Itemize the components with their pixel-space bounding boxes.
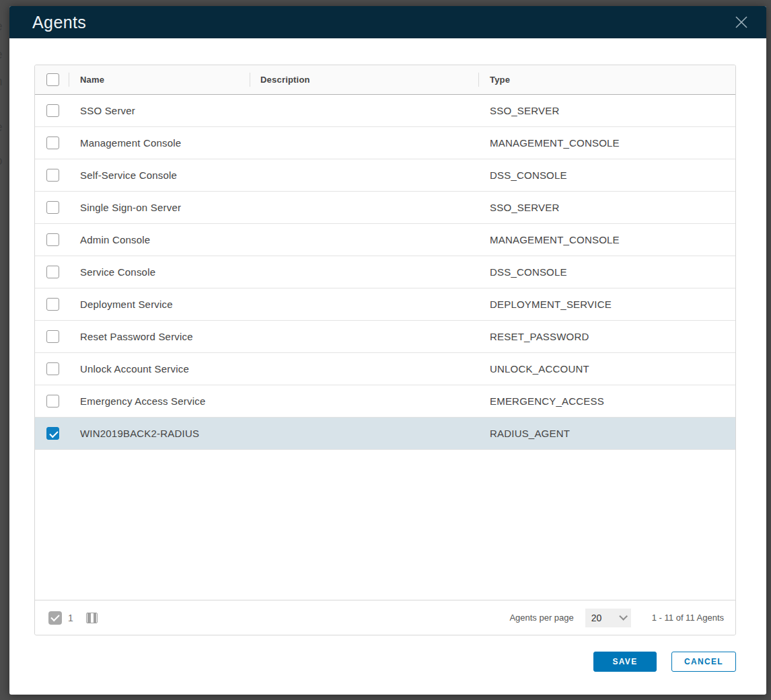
table-row[interactable]: Reset Password Service RESET_PASSWORD <box>35 321 735 353</box>
agents-modal: Agents Name Description Type SSO Server <box>9 6 766 695</box>
row-checkbox[interactable] <box>46 104 59 117</box>
agent-name-cell: Emergency Access Service <box>69 385 250 417</box>
pagination-controls: Agents per page 20 1 - 11 of 11 Agents <box>509 609 724 627</box>
row-checkbox-cell <box>35 256 69 288</box>
row-checkbox-cell <box>35 159 69 191</box>
agent-description-cell <box>250 95 479 126</box>
select-all-checkbox[interactable] <box>46 73 59 86</box>
row-checkbox[interactable] <box>46 330 59 343</box>
column-header-type[interactable]: Type <box>479 65 735 94</box>
modal-title: Agents <box>32 13 86 32</box>
agent-description-cell <box>250 385 479 417</box>
agent-description-cell <box>250 127 479 159</box>
row-checkbox-cell <box>35 224 69 256</box>
agent-name-cell: SSO Server <box>69 95 250 126</box>
row-checkbox[interactable] <box>46 201 59 214</box>
table-row[interactable]: SSO Server SSO_SERVER <box>35 95 735 127</box>
table-row[interactable]: Service Console DSS_CONSOLE <box>35 256 735 288</box>
table-footer: 1 Agents per page 20 1 - 11 of 11 Agents <box>35 600 735 635</box>
table-row[interactable]: Single Sign-on Server SSO_SERVER <box>35 192 735 224</box>
row-checkbox-cell <box>35 288 69 320</box>
row-checkbox[interactable] <box>46 169 59 182</box>
row-checkbox[interactable] <box>46 362 59 375</box>
agent-type-cell: SSO_SERVER <box>479 95 735 126</box>
agent-type-cell: MANAGEMENT_CONSOLE <box>479 127 735 159</box>
table-row[interactable]: Unlock Account Service UNLOCK_ACCOUNT <box>35 353 735 385</box>
agent-description-cell <box>250 224 479 256</box>
agent-name-cell: Single Sign-on Server <box>69 192 250 223</box>
modal-actions: SAVE CANCEL <box>34 652 736 672</box>
background-text-fragment: e <box>0 47 9 62</box>
row-checkbox-cell <box>35 95 69 126</box>
agent-description-cell <box>250 192 479 223</box>
row-checkbox[interactable] <box>46 266 59 278</box>
agent-type-cell: RADIUS_AGENT <box>479 418 735 449</box>
table-empty-space <box>35 450 735 600</box>
row-checkbox-cell <box>35 353 69 385</box>
background-text-fragment: o <box>0 153 9 168</box>
column-header-name[interactable]: Name <box>69 65 250 94</box>
table-row[interactable]: Self-Service Console DSS_CONSOLE <box>35 159 735 192</box>
agent-description-cell <box>250 288 479 320</box>
agent-type-cell: DSS_CONSOLE <box>479 159 735 191</box>
background-text-fragment: n <box>0 74 9 89</box>
table-row[interactable]: Emergency Access Service EMERGENCY_ACCES… <box>35 385 735 418</box>
agent-type-cell: UNLOCK_ACCOUNT <box>479 353 735 385</box>
row-checkbox[interactable] <box>46 233 59 246</box>
selected-count: 1 <box>68 613 73 623</box>
select-all-cell <box>35 65 69 94</box>
table-header-row: Name Description Type <box>35 65 735 95</box>
agent-name-cell: Reset Password Service <box>69 321 250 352</box>
table-row[interactable]: WIN2019BACK2-RADIUS RADIUS_AGENT <box>35 418 735 450</box>
chevron-down-icon <box>619 612 628 621</box>
agent-name-cell: Unlock Account Service <box>69 353 250 385</box>
agent-type-cell: EMERGENCY_ACCESS <box>479 385 735 417</box>
page-size-value: 20 <box>591 613 602 623</box>
agent-name-cell: WIN2019BACK2-RADIUS <box>69 418 250 449</box>
table-row[interactable]: Admin Console MANAGEMENT_CONSOLE <box>35 224 735 256</box>
background-text-fragment: e <box>0 19 9 34</box>
agent-name-cell: Service Console <box>69 256 250 288</box>
table-row[interactable]: Management Console MANAGEMENT_CONSOLE <box>35 127 735 159</box>
page-size-select[interactable]: 20 <box>585 609 631 627</box>
modal-header: Agents <box>9 6 766 38</box>
agents-datagrid: Name Description Type SSO Server SSO_SER… <box>34 65 736 635</box>
agent-description-cell <box>250 256 479 288</box>
column-header-description[interactable]: Description <box>250 65 479 94</box>
pagination-range: 1 - 11 of 11 Agents <box>652 613 724 623</box>
cancel-button[interactable]: CANCEL <box>671 652 736 672</box>
agent-type-cell: SSO_SERVER <box>479 192 735 223</box>
row-checkbox[interactable] <box>46 298 59 311</box>
agent-name-cell: Self-Service Console <box>69 159 250 191</box>
agent-description-cell <box>250 418 479 449</box>
row-checkbox-cell <box>35 385 69 417</box>
per-page-label: Agents per page <box>509 613 573 623</box>
row-checkbox-cell <box>35 192 69 223</box>
row-checkbox[interactable] <box>46 137 59 149</box>
agent-name-cell: Management Console <box>69 127 250 159</box>
table-row[interactable]: Deployment Service DEPLOYMENT_SERVICE <box>35 288 735 321</box>
row-checkbox-cell <box>35 127 69 159</box>
close-button[interactable] <box>733 13 750 31</box>
agent-type-cell: DSS_CONSOLE <box>479 256 735 288</box>
row-checkbox[interactable] <box>46 427 59 440</box>
agent-description-cell <box>250 159 479 191</box>
agent-type-cell: MANAGEMENT_CONSOLE <box>479 224 735 256</box>
agent-type-cell: DEPLOYMENT_SERVICE <box>479 288 735 320</box>
agent-type-cell: RESET_PASSWORD <box>479 321 735 352</box>
row-checkbox-cell <box>35 321 69 352</box>
agent-name-cell: Admin Console <box>69 224 250 256</box>
agent-name-cell: Deployment Service <box>69 288 250 320</box>
row-checkbox[interactable] <box>46 395 59 407</box>
selected-rows-checkbox-icon <box>48 611 62 625</box>
agent-description-cell <box>250 321 479 352</box>
modal-body: Name Description Type SSO Server SSO_SER… <box>9 38 766 695</box>
row-checkbox-cell <box>35 418 69 449</box>
column-toggle-icon[interactable] <box>86 613 98 623</box>
save-button[interactable]: SAVE <box>593 652 657 672</box>
table-body: SSO Server SSO_SERVER Management Console… <box>35 95 735 450</box>
background-text-fragment: e <box>0 120 9 134</box>
agent-description-cell <box>250 353 479 385</box>
close-icon <box>734 15 749 30</box>
